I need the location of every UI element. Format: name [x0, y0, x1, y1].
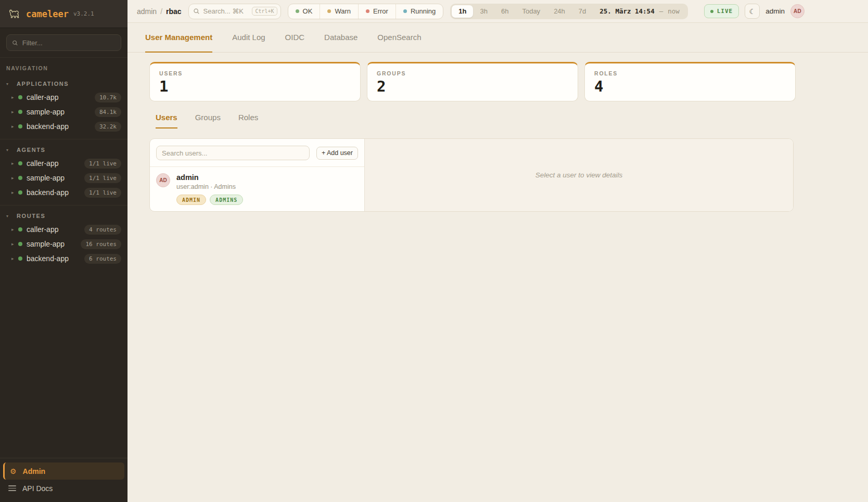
section-header-routes[interactable]: ▾ ROUTES [0, 210, 127, 222]
status-filter-warn[interactable]: Warn [320, 4, 358, 19]
subtab-users[interactable]: Users [156, 113, 177, 128]
sidebar-filter[interactable] [6, 34, 121, 51]
breadcrumb-current: rbac [166, 7, 182, 16]
sidebar-footer: ⚙ Admin API Docs [0, 458, 127, 502]
theme-toggle-button[interactable]: ☾ [745, 4, 760, 19]
stat-value: 2 [377, 78, 568, 95]
nav-section-routes: ▾ ROUTES ▸ caller-app 4 routes ▸ sample-… [0, 205, 127, 271]
sidebar-item-agents-caller-app[interactable]: ▸ caller-app 1/1 live [0, 156, 127, 171]
stat-card-roles: ROLES 4 [584, 62, 796, 101]
role-badge-admin: ADMIN [176, 195, 206, 205]
stats-row: USERS 1 GROUPS 2 ROLES 4 [149, 62, 794, 101]
chevron-right-icon: ▸ [11, 175, 18, 181]
current-user-name: admin [765, 7, 785, 15]
item-count-badge: 1/1 live [84, 188, 121, 198]
sidebar-item-admin[interactable]: ⚙ Admin [3, 462, 124, 480]
sidebar-item-agents-backend-app[interactable]: ▸ backend-app 1/1 live [0, 185, 127, 200]
time-to: now [668, 7, 680, 15]
app-name: cameleer [26, 9, 69, 19]
sidebar-item-applications-caller-app[interactable]: ▸ caller-app 10.7k [0, 90, 127, 105]
item-label: sample-app [27, 108, 95, 116]
status-filter-group: OK Warn Error Running [288, 4, 444, 19]
chevron-right-icon: ▸ [11, 190, 18, 195]
section-header-agents[interactable]: ▾ AGENTS [0, 144, 127, 156]
tab-oidc[interactable]: OIDC [285, 23, 305, 53]
item-count-badge: 10.7k [95, 93, 121, 102]
shortcut-kbd: Ctrl+K [252, 7, 277, 16]
app-version: v3.2.1 [73, 10, 94, 17]
sidebar-item-applications-backend-app[interactable]: ▸ backend-app 32.2k [0, 119, 127, 134]
status-dot-icon [18, 110, 22, 114]
time-range-7d[interactable]: 7d [572, 5, 593, 18]
breadcrumb-parent[interactable]: admin [137, 7, 157, 16]
empty-state-text: Select a user to view details [535, 171, 622, 179]
item-count-badge: 1/1 live [84, 159, 121, 169]
live-toggle[interactable]: LIVE [704, 4, 739, 18]
tab-database[interactable]: Database [324, 23, 358, 53]
status-filter-label: OK [303, 7, 313, 15]
stat-value: 4 [594, 78, 786, 95]
chevron-down-icon: ▾ [6, 148, 11, 152]
sidebar-item-api-docs[interactable]: API Docs [3, 480, 124, 497]
admin-label: Admin [23, 467, 46, 475]
tab-user-management[interactable]: User Management [145, 23, 212, 53]
chevron-right-icon: ▸ [11, 161, 18, 166]
sidebar-item-routes-sample-app[interactable]: ▸ sample-app 16 routes [0, 237, 127, 251]
subtab-groups[interactable]: Groups [195, 113, 221, 128]
status-filter-ok[interactable]: OK [288, 4, 320, 19]
time-range-display[interactable]: 25. März 14:54 – now [593, 7, 686, 15]
moon-icon: ☾ [749, 7, 756, 16]
user-avatar[interactable]: AD [790, 4, 805, 18]
item-label: caller-app [27, 159, 84, 168]
main-area: admin / rbac Ctrl+K OK Warn Error [127, 0, 868, 502]
sidebar: cameleer v3.2.1 NAVIGATION ▾ APPLICATION… [0, 0, 127, 502]
item-count-badge: 84.1k [95, 107, 121, 117]
status-dot-icon [18, 190, 22, 195]
time-from: 25. März 14:54 [599, 7, 654, 15]
global-search-input[interactable] [203, 7, 251, 15]
list-icon [8, 485, 16, 491]
time-separator: – [659, 7, 663, 15]
group-badge-admins: ADMINS [210, 195, 243, 205]
user-meta: user:admin · Admins [176, 183, 243, 190]
time-range-3h[interactable]: 3h [473, 5, 494, 18]
topbar-right: LIVE ☾ admin AD [704, 4, 805, 19]
tab-opensearch[interactable]: OpenSearch [377, 23, 421, 53]
time-range-1h[interactable]: 1h [452, 5, 473, 18]
user-row-admin[interactable]: AD admin user:admin · Admins ADMIN ADMIN… [150, 167, 364, 211]
sidebar-item-routes-caller-app[interactable]: ▸ caller-app 4 routes [0, 222, 127, 237]
item-label: caller-app [27, 225, 84, 234]
time-range-6h[interactable]: 6h [494, 5, 515, 18]
section-title: APPLICATIONS [17, 81, 69, 87]
time-range-24h[interactable]: 24h [547, 5, 572, 18]
users-search-input[interactable] [156, 146, 310, 160]
section-title: ROUTES [17, 213, 45, 219]
sidebar-item-applications-sample-app[interactable]: ▸ sample-app 84.1k [0, 105, 127, 119]
status-filter-error[interactable]: Error [358, 4, 395, 19]
status-filter-running[interactable]: Running [395, 4, 443, 19]
sidebar-item-agents-sample-app[interactable]: ▸ sample-app 1/1 live [0, 171, 127, 185]
tab-audit-log[interactable]: Audit Log [232, 23, 265, 53]
stat-card-groups: GROUPS 2 [367, 62, 578, 101]
sidebar-filter-input[interactable] [22, 39, 116, 47]
item-label: sample-app [27, 174, 84, 182]
warn-dot-icon [327, 9, 331, 13]
error-dot-icon [366, 9, 369, 13]
breadcrumb-separator: / [160, 7, 162, 16]
stat-label: ROLES [594, 70, 786, 76]
status-dot-icon [18, 242, 22, 246]
stat-label: GROUPS [377, 70, 568, 76]
subtab-roles[interactable]: Roles [238, 113, 258, 128]
add-user-button[interactable]: + Add user [316, 147, 358, 160]
item-label: backend-app [27, 188, 84, 197]
global-search[interactable]: Ctrl+K [188, 4, 281, 19]
chevron-right-icon: ▸ [11, 109, 18, 114]
nav-section-agents: ▾ AGENTS ▸ caller-app 1/1 live ▸ sample-… [0, 139, 127, 205]
camel-logo-icon [7, 7, 21, 21]
chevron-right-icon: ▸ [11, 241, 18, 247]
live-dot-icon [710, 10, 713, 13]
sidebar-item-routes-backend-app[interactable]: ▸ backend-app 6 routes [0, 251, 127, 266]
chevron-down-icon: ▾ [6, 214, 11, 218]
section-header-applications[interactable]: ▾ APPLICATIONS [0, 78, 127, 90]
time-range-today[interactable]: Today [515, 5, 547, 18]
